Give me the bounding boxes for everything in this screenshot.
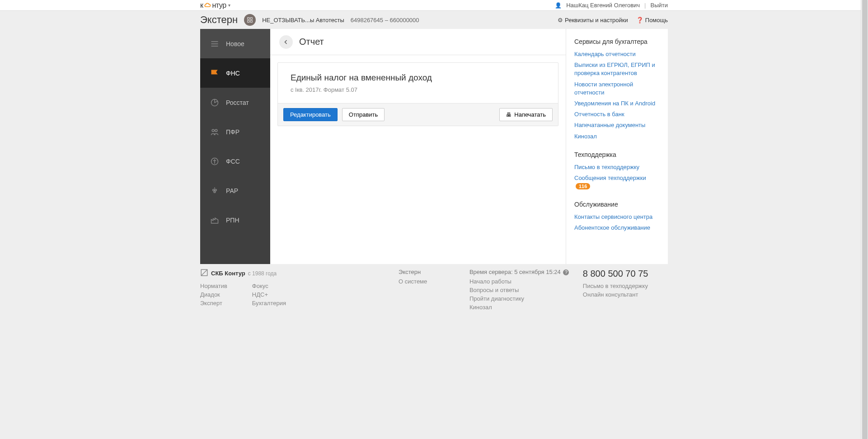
footer-link[interactable]: Эксперт — [200, 299, 227, 307]
sidebar-item-label: РПН — [226, 217, 239, 224]
footer-phone: 8 800 500 70 75 — [583, 269, 668, 279]
rp-link[interactable]: Выписки из ЕГРЮЛ, ЕГРИП и проверка контр… — [574, 60, 660, 79]
factory-icon — [210, 216, 219, 225]
help-link[interactable]: ❓Помощь — [636, 17, 668, 24]
piechart-icon — [210, 98, 219, 107]
rp-link-support-messages[interactable]: Сообщения техподдержки 116 — [574, 173, 660, 192]
sidebar-item-fss[interactable]: ФСС — [200, 146, 270, 176]
org-code: 6498267645 – 660000000 — [351, 17, 419, 24]
footer-section-head: Экстерн — [399, 269, 469, 275]
rp-link[interactable]: Новости электронной отчетности — [574, 79, 660, 98]
svg-rect-1 — [250, 18, 252, 19]
rp-link[interactable]: Отчетность в банк — [574, 109, 660, 120]
brand-icon — [200, 269, 208, 278]
list-icon — [210, 39, 219, 48]
cloud-icon — [204, 0, 212, 10]
sidebar-item-rpn[interactable]: РПН — [200, 205, 270, 235]
svg-point-15 — [214, 191, 216, 193]
chevron-down-icon: ▾ — [228, 0, 230, 10]
rp-section-title: Техподдержка — [574, 151, 660, 158]
footer-link[interactable]: Кинозал — [469, 303, 583, 312]
user-icon: 👤 — [555, 0, 562, 10]
footer-link[interactable]: Фокус — [252, 282, 286, 290]
sidebar: Новое ФНС Росстат ПФР ФСС РАР — [200, 29, 270, 264]
rp-link[interactable]: Календарь отчетности — [574, 49, 660, 60]
svg-point-9 — [215, 129, 217, 132]
print-button[interactable]: 🖶Напечатать — [499, 108, 553, 121]
sidebar-item-label: ПФР — [226, 128, 239, 136]
header: Экстерн НЕ_ОТЗЫВАТЬ...ы Автотесты 649826… — [200, 11, 668, 29]
rp-link[interactable]: Абонентское обслуживание — [574, 222, 660, 233]
back-button[interactable] — [279, 35, 293, 49]
rp-link[interactable]: Кинозал — [574, 131, 660, 142]
sidebar-item-label: Новое — [226, 40, 244, 47]
report-subtitle: с Iкв. 2017г. Формат 5.07 — [291, 86, 545, 93]
sidebar-item-label: РАР — [226, 187, 238, 194]
server-time: Время сервера: 5 сентября 15:24 ? — [469, 269, 583, 275]
app-title: Экстерн — [200, 14, 238, 26]
settings-link[interactable]: ⚙Реквизиты и настройки — [558, 17, 628, 24]
rp-link[interactable]: Напечатанные документы — [574, 120, 660, 131]
sidebar-item-pfr[interactable]: ПФР — [200, 117, 270, 146]
right-panel: Сервисы для бухгалтера Календарь отчетно… — [566, 29, 668, 264]
rp-section-title: Сервисы для бухгалтера — [574, 38, 660, 45]
coin-icon — [210, 157, 219, 166]
svg-point-8 — [212, 129, 214, 132]
sidebar-item-fns[interactable]: ФНС — [200, 58, 270, 88]
people-icon — [210, 127, 219, 137]
footer-link[interactable]: НДС+ — [252, 290, 286, 299]
footer-since: с 1988 года — [248, 270, 277, 277]
scrollbar[interactable] — [861, 0, 868, 325]
help-icon[interactable]: ? — [563, 269, 569, 275]
sidebar-item-rosstat[interactable]: Росстат — [200, 88, 270, 117]
badge: 116 — [576, 183, 590, 189]
report-card: Единый налог на вмененный доход с Iкв. 2… — [277, 62, 558, 126]
logout-link[interactable]: Выйти — [651, 0, 668, 10]
help-icon: ❓ — [636, 17, 643, 24]
footer-link[interactable]: Онлайн консультант — [583, 290, 668, 299]
org-name[interactable]: НЕ_ОТЗЫВАТЬ...ы Автотесты — [262, 17, 344, 24]
footer-link[interactable]: Бухгалтерия — [252, 299, 286, 307]
footer-link[interactable]: Вопросы и ответы — [469, 286, 583, 294]
footer-link[interactable]: Начало работы — [469, 277, 583, 286]
svg-point-14 — [215, 189, 217, 191]
footer-link[interactable]: Письмо в техподдержку — [583, 282, 668, 290]
svg-rect-0 — [248, 18, 249, 19]
footer-brand: СКБ Контур — [211, 270, 245, 277]
svg-point-13 — [213, 189, 215, 191]
flag-icon — [210, 69, 219, 78]
footer-link[interactable]: О системе — [399, 277, 469, 286]
grid-icon — [247, 17, 253, 23]
page-title: Отчет — [299, 37, 324, 47]
kontur-logo[interactable]: кнтур▾ — [200, 0, 230, 10]
footer-link[interactable]: Диадок — [200, 290, 227, 299]
footer-link[interactable]: Пройти диагностику — [469, 294, 583, 303]
footer: СКБ Контур с 1988 года Норматив Диадок Э… — [200, 264, 668, 325]
sidebar-item-new[interactable]: Новое — [200, 29, 270, 58]
grapes-icon — [210, 186, 219, 195]
gear-icon: ⚙ — [558, 17, 563, 24]
sidebar-item-label: ФНС — [226, 70, 240, 77]
chevron-left-icon — [283, 39, 289, 45]
sidebar-item-rar[interactable]: РАР — [200, 176, 270, 205]
svg-rect-2 — [248, 20, 249, 22]
print-icon: 🖶 — [506, 112, 511, 118]
send-button[interactable]: Отправить — [342, 108, 385, 121]
org-avatar[interactable] — [244, 14, 256, 26]
rp-link[interactable]: Контакты сервисного центра — [574, 212, 660, 222]
sidebar-item-label: ФСС — [226, 158, 240, 165]
rp-link[interactable]: Письмо в техподдержку — [574, 162, 660, 173]
topbar: кнтур▾ 👤 НашКац Евгений Олегович | Выйти — [0, 0, 868, 11]
user-name[interactable]: НашКац Евгений Олегович — [566, 0, 640, 10]
svg-rect-3 — [250, 20, 252, 22]
sidebar-item-label: Росстат — [226, 99, 249, 106]
rp-section-title: Обслуживание — [574, 201, 660, 208]
report-title: Единый налог на вмененный доход — [291, 73, 545, 83]
rp-link[interactable]: Уведомления на ПК и Android — [574, 98, 660, 109]
footer-link[interactable]: Норматив — [200, 282, 227, 290]
edit-button[interactable]: Редактировать — [283, 108, 338, 121]
